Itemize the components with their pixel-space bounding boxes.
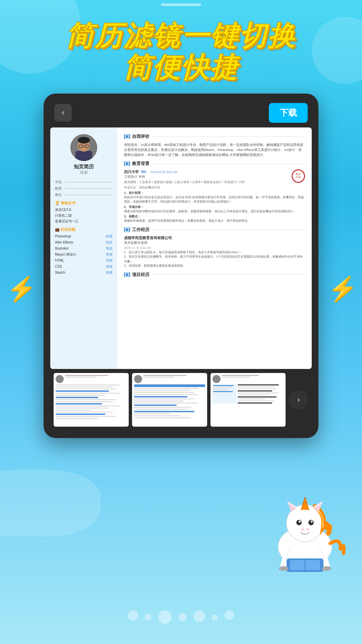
- avatar: [70, 134, 97, 161]
- skill-html: HTML 掌握: [55, 258, 113, 263]
- work-desc3: 3、培训结束，获得授课点最受欢迎老师表彰。: [124, 264, 305, 268]
- edu-period: 2018-09 至 2022-06: [150, 170, 177, 174]
- svg-point-27: [322, 566, 331, 571]
- svg-point-18: [306, 528, 309, 530]
- thesis-text2: 调查分析现有消费市场对自行车的需求，如租赁、承载货物等因素，加以以人为本的设计理…: [124, 209, 305, 214]
- cert-item-2: 计算机二级: [55, 213, 113, 218]
- email-label: 邮箱: [55, 186, 63, 191]
- education-title: 教育背景: [132, 161, 149, 167]
- contact-info: 手机 邮箱 微信: [55, 180, 113, 197]
- self-eval-header: 自我评价: [124, 133, 305, 140]
- education-header: 教育背景: [124, 161, 305, 167]
- skills-section-title: 💼 职业技能: [55, 227, 113, 232]
- edu-degree: 工程设计 本科: [124, 174, 305, 179]
- work-period: 2020-07 至 2021-09: [124, 246, 305, 250]
- project-icon: [124, 272, 130, 277]
- phone-line: [65, 182, 113, 182]
- work-title: 工作经历: [132, 227, 149, 233]
- bottom-bubbles: [0, 610, 362, 624]
- device-mockup: ‹ 下载: [44, 94, 318, 438]
- cert-section-title: 🏆 资格证书: [55, 201, 113, 206]
- svg-marker-9: [301, 496, 309, 510]
- resume-age: 25岁: [55, 170, 113, 175]
- wechat-line: [65, 195, 113, 195]
- skill-sketch: Sketch 精通: [55, 270, 113, 275]
- resume-sidebar: 知页简历 25岁 手机 邮箱 微信 🏆 资格证书: [50, 127, 117, 369]
- education-block: 四川大学 985 2018-09 至 2022-06 四川大学 工程设计 本科 …: [124, 169, 305, 223]
- work-company: 成都学而思教育咨询有限公司: [124, 235, 305, 240]
- skill-aftereffects: After Effects 熟练: [55, 240, 113, 245]
- skill-photoshop: Photoshop 精通: [55, 234, 113, 239]
- cert-item-1: 英语CET-6: [55, 208, 113, 212]
- back-button[interactable]: ‹: [54, 104, 72, 121]
- download-button[interactable]: 下载: [269, 103, 308, 123]
- lightning-right-icon: ⚡: [328, 275, 357, 303]
- cert-list: 英语CET-6 计算机二级 普通话证书一乙: [55, 208, 113, 224]
- svg-point-16: [311, 521, 313, 523]
- thesis-text1: 此款自行车设计的出发点是反思设计，从社会-经济-技术因素分析自行车市场，总结出其…: [124, 195, 305, 204]
- edu-score: 985: [141, 170, 146, 174]
- work-header: 工作经历: [124, 227, 305, 233]
- self-eval-content: 求职意向：UI设计师助理。985高校工程设计专业，熟悉产品设计流程，有一定的团队…: [124, 142, 305, 158]
- resume-name: 知页简历: [55, 164, 113, 170]
- svg-point-15: [299, 521, 301, 523]
- wechat-label: 微信: [55, 193, 63, 197]
- project-header: 项目经历: [124, 272, 305, 278]
- phone-label: 手机: [55, 180, 63, 184]
- skill-css: CSS 掌握: [55, 264, 113, 269]
- thesis-content3: 3、创新点：: [124, 214, 305, 219]
- device-topbar: ‹ 下载: [50, 100, 312, 127]
- school-stamp: 四川大学: [289, 169, 305, 183]
- title-line-1: 简历滤镜一键切换: [13, 20, 349, 52]
- thesis-content1: 1、设计初衷：: [124, 191, 305, 195]
- svg-point-13: [296, 520, 302, 525]
- education-divider: [152, 164, 305, 164]
- unicorn-mascot: [258, 483, 352, 577]
- education-icon: [124, 161, 130, 166]
- thesis-text3: 便捷的车锁装置，适用于任何密度的锁车地点；折叠后的形状，满足占地小、便于推拉的特…: [124, 219, 305, 223]
- avatar-area: 知页简历 25岁: [55, 134, 113, 175]
- cert-item-3: 普通话证书一乙: [55, 219, 113, 224]
- self-eval-icon: [124, 134, 130, 139]
- resume-main-content: 自我评价 求职意向：UI设计师助理。985高校工程设计专业，熟悉产品设计流程，有…: [117, 127, 312, 369]
- skills-list: Photoshop 精通 After Effects 熟练 Illustrato…: [55, 234, 113, 275]
- header-title-area: 简历滤镜一键切换 简便快捷: [0, 0, 362, 94]
- edu-thesis-label: 毕业论文：逆向折叠自行车: [124, 185, 305, 190]
- svg-point-17: [301, 528, 304, 530]
- thumbnail-2[interactable]: [132, 373, 207, 427]
- project-divider: [152, 274, 305, 275]
- work-divider: [152, 229, 305, 230]
- work-block: 成都学而思教育咨询有限公司 美术及数学老师 2020-07 至 2021-09 …: [124, 235, 305, 268]
- skill-illustrator: Illustrator 熟练: [55, 246, 113, 251]
- work-desc1: 1、加入浙江常山招生点，每日完成超高强度线下招生，包含小升初各年级共招生439人…: [124, 250, 305, 255]
- self-eval-divider: [152, 136, 305, 137]
- lightning-left-icon: ⚡: [7, 275, 36, 303]
- next-button[interactable]: ›: [289, 390, 308, 410]
- thesis-content2: 2、市场分析：: [124, 205, 305, 209]
- thumbnail-3[interactable]: [210, 373, 286, 427]
- svg-point-26: [279, 566, 288, 571]
- svg-point-3: [78, 137, 90, 144]
- thumbnail-1[interactable]: [54, 373, 129, 427]
- thumbnails-section: ›: [50, 369, 312, 431]
- work-job-title: 美术及数学老师: [124, 240, 305, 245]
- self-eval-title: 自我评价: [132, 133, 149, 140]
- resume-container: 知页简历 25岁 手机 邮箱 微信 🏆 资格证书: [50, 127, 312, 369]
- work-icon: [124, 227, 130, 232]
- email-line: [65, 188, 113, 189]
- work-desc2: 2、担任五年级班主任兼数学、美术老师，着力于培养学生创造能力，1个月内策划3次艺…: [124, 255, 305, 264]
- svg-rect-1: [75, 151, 92, 161]
- edu-school: 四川大学: [124, 169, 139, 174]
- skill-maya: Maya三维设计 掌握: [55, 252, 113, 257]
- svg-point-14: [308, 520, 314, 525]
- project-title: 项目经历: [132, 272, 149, 278]
- edu-courses: 相关课程：工业美术 / 造型设计基础 / 人机工程学 / 心理学 / 视觉传达设…: [124, 180, 305, 185]
- title-line-2: 简便快捷: [13, 52, 349, 83]
